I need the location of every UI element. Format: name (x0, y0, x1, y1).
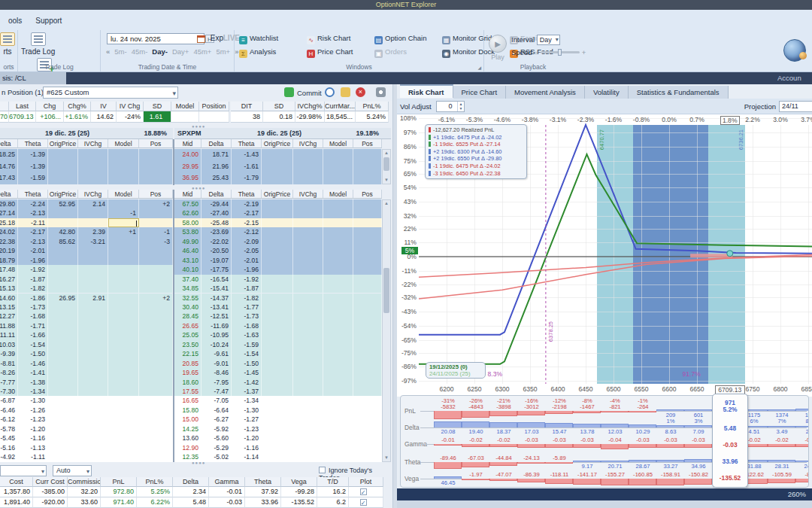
chain-cell[interactable] (108, 396, 139, 405)
chain-cell[interactable] (293, 424, 323, 433)
chain-cell[interactable] (108, 303, 139, 312)
chain-cell[interactable]: -1.16 (18, 433, 48, 443)
chain-cell[interactable] (323, 256, 353, 265)
tab-movement-analysis[interactable]: Movement Analysis (506, 86, 585, 99)
chain-cell[interactable] (262, 387, 293, 396)
chain-cell[interactable]: -4.92 (0, 452, 18, 461)
chain-cell[interactable]: -1.59 (18, 172, 48, 184)
windows-item-watchlist[interactable]: ≡Watchlist (239, 34, 304, 44)
chain-cell[interactable] (78, 433, 108, 443)
chain-row[interactable]: -16.27-1.8737.40-16.54-1.92 (0, 275, 382, 284)
chain-cell[interactable] (48, 349, 78, 358)
time-step-5mplus[interactable]: 5m+ (216, 47, 230, 56)
chain-cell[interactable]: -1.23 (232, 424, 262, 433)
chain-cell[interactable]: -1.38 (18, 378, 48, 387)
chain-cell[interactable] (262, 161, 293, 173)
chain-cell[interactable]: -19.07 (201, 256, 232, 265)
chain-row[interactable]: -22.38-2.1385.62-3.21-349.90-22.02-2.09 (0, 237, 382, 246)
chain-cell[interactable] (78, 340, 108, 349)
chain-cell[interactable]: 85.62 (48, 237, 78, 246)
chain-cell-mid[interactable]: 12.90 (174, 443, 201, 452)
chain-cell[interactable] (323, 443, 353, 452)
chain-cell[interactable]: +2 (139, 199, 173, 208)
play-button[interactable]: ▶ (489, 35, 507, 53)
chain-cell[interactable]: -1.30 (232, 406, 262, 415)
chain-cell[interactable] (108, 265, 139, 274)
chain-cell[interactable] (353, 387, 382, 396)
chain-cell[interactable] (262, 359, 293, 368)
chain-cell[interactable] (353, 218, 382, 227)
chain-cell-mid[interactable]: 30.40 (174, 303, 201, 312)
chain-row[interactable]: -8.26-1.4119.65-8.46-1.45 (0, 368, 382, 377)
chain-cell[interactable]: -1.41 (18, 368, 48, 377)
plot-checkbox[interactable]: ✓ (360, 488, 367, 495)
chain-cell[interactable] (323, 415, 353, 424)
chain-cell[interactable] (293, 172, 323, 184)
chain-cell[interactable] (48, 218, 78, 227)
chain-cell[interactable] (78, 359, 108, 368)
chain-cell[interactable]: -12.27 (0, 312, 18, 321)
chain-cell[interactable] (262, 378, 293, 387)
chain-cell[interactable]: -1.71 (18, 321, 48, 330)
chain-row[interactable]: 18.25-1.3924.0018.71-1.43 (0, 149, 382, 161)
chain-cell-mid[interactable]: 40.10 (174, 265, 201, 274)
chain-cell[interactable]: -9.61 (201, 349, 232, 358)
chain-cell[interactable] (108, 406, 139, 415)
chain-cell-mid[interactable]: 23.50 (174, 340, 201, 349)
chain-cell[interactable] (293, 349, 323, 358)
chain-cell[interactable] (78, 349, 108, 358)
chain-cell[interactable] (262, 312, 293, 321)
chain-cell[interactable]: -8.46 (201, 368, 232, 377)
chain-cell[interactable]: -8.81 (0, 359, 18, 368)
chain-cell[interactable] (139, 303, 173, 312)
chain-cell[interactable]: -1.39 (18, 161, 48, 173)
chain-cell[interactable]: -5.02 (201, 452, 232, 461)
chain-cell-mid[interactable]: 26.65 (174, 321, 201, 330)
chain-cell[interactable] (78, 452, 108, 461)
chain-cell[interactable] (48, 284, 78, 293)
chain-cell[interactable] (353, 237, 382, 246)
chain-cell-mid[interactable]: 25.05 (174, 330, 201, 339)
chain-cell[interactable]: -2.13 (18, 237, 48, 246)
chain-cell[interactable]: -6.46 (0, 406, 18, 415)
footer-select-left[interactable] (0, 465, 47, 476)
chain-cell[interactable] (262, 227, 293, 236)
chain-cell-mid[interactable]: 46.40 (174, 246, 201, 255)
chain-cell[interactable] (139, 424, 173, 433)
chain-cell[interactable] (293, 415, 323, 424)
chain-cell[interactable] (323, 452, 353, 461)
chain-cell[interactable] (108, 284, 139, 293)
chain-row[interactable]: -14.60-1.8626.952.91+232.55-14.37-1.82 (0, 294, 382, 303)
chain-cell[interactable]: -10.24 (201, 340, 232, 349)
chain-cell[interactable] (78, 321, 108, 330)
chain-cell[interactable] (108, 237, 139, 246)
chain-cell[interactable]: -1.54 (232, 349, 262, 358)
speed-slider[interactable] (541, 51, 580, 53)
chain-cell[interactable]: -1.50 (232, 359, 262, 368)
chain-cell[interactable] (323, 359, 353, 368)
chain-cell[interactable] (108, 275, 139, 284)
chain-cell[interactable] (48, 265, 78, 274)
chain-cell[interactable] (78, 275, 108, 284)
chain-cell[interactable]: -1.34 (232, 396, 262, 405)
chain-cell[interactable]: -1.42 (232, 378, 262, 387)
chain-cell[interactable]: -22.02 (201, 237, 232, 246)
chain-cell[interactable] (293, 284, 323, 293)
chain-cell[interactable] (48, 340, 78, 349)
chain-cell-mid[interactable]: 22.15 (174, 349, 201, 358)
chain-cell[interactable] (262, 303, 293, 312)
chain-cell[interactable] (293, 218, 323, 227)
chain-cell[interactable]: -1.87 (232, 284, 262, 293)
chain-cell[interactable]: -6.12 (0, 415, 18, 424)
chain-cell[interactable] (108, 161, 139, 173)
chain-cell[interactable]: -1.16 (232, 443, 262, 452)
calendar-icon[interactable] (197, 35, 205, 43)
chain-cell[interactable]: 52.95 (48, 199, 78, 208)
chain-cell[interactable] (139, 284, 173, 293)
chain-cell-mid[interactable]: 17.55 (174, 387, 201, 396)
chain-cell[interactable]: -1.26 (18, 406, 48, 415)
chain-cell[interactable]: +2 (139, 294, 173, 303)
windows-item-analysis[interactable]: ΣAnalysis (239, 47, 304, 58)
chain-cell[interactable] (353, 172, 382, 184)
chain-cell[interactable] (78, 378, 108, 387)
